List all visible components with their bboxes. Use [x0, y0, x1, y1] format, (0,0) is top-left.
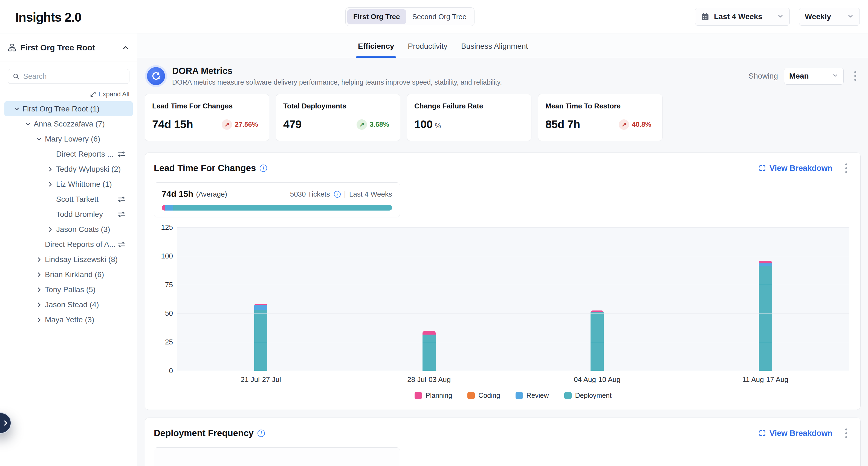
metric-value: 74d 15h — [152, 118, 193, 131]
tab-productivity[interactable]: Productivity — [406, 42, 450, 58]
org-tree: First Org Tree Root (1)Anna Scozzafava (… — [0, 101, 137, 327]
filter-sliders-icon[interactable] — [117, 240, 126, 249]
metric-card: Mean Time To Restore85d 7h↗40.8% — [538, 94, 662, 141]
chevron-right-icon[interactable] — [35, 316, 43, 324]
date-range-value: Last 4 Weeks — [714, 12, 763, 21]
metric-value-row: 100% — [414, 118, 524, 131]
expand-corners-icon — [758, 429, 766, 437]
dora-cycle-icon — [147, 67, 165, 85]
legend-label: Deployment — [575, 391, 612, 400]
view-breakdown-link[interactable]: View Breakdown — [758, 429, 832, 438]
gridline — [177, 313, 849, 314]
tree-node[interactable]: Todd Bromley — [4, 207, 133, 222]
tree-node-label: Lindsay Liszewski (8) — [45, 255, 118, 264]
filter-sliders-icon[interactable] — [117, 195, 126, 203]
tree-node[interactable]: Maya Yette (3) — [4, 312, 133, 327]
chevron-down-icon[interactable] — [35, 135, 43, 143]
tree-node[interactable]: Jason Stead (4) — [4, 297, 133, 312]
legend-item[interactable]: Review — [516, 391, 549, 400]
expand-all-link[interactable]: Expand All — [90, 90, 129, 98]
phase-segment-deployment — [173, 205, 392, 210]
deployment-kebab-menu[interactable] — [841, 426, 851, 440]
bar-segment-review — [759, 263, 772, 266]
chevron-right-icon[interactable] — [46, 180, 55, 188]
tree-node[interactable]: Anna Scozzafava (7) — [4, 116, 133, 132]
tree-node[interactable]: Direct Reports of A... — [4, 237, 133, 252]
tree-node-label: Maya Yette (3) — [45, 315, 94, 324]
stacked-bar[interactable] — [423, 331, 436, 371]
stacked-bar[interactable] — [254, 303, 267, 371]
tree-node-label: Todd Bromley — [56, 210, 103, 219]
chevron-down-icon[interactable] — [12, 105, 21, 113]
metric-value-row: 479↗3.68% — [283, 118, 393, 131]
view-breakdown-link[interactable]: View Breakdown — [758, 164, 832, 173]
org-toggle-option[interactable]: Second Org Tree — [406, 9, 473, 24]
gridline — [177, 285, 849, 285]
stacked-bar[interactable] — [759, 261, 772, 371]
tree-node[interactable]: Lindsay Liszewski (8) — [4, 252, 133, 267]
tree-node-label: Tony Pallas (5) — [45, 285, 95, 294]
org-tree-toggle: First Org TreeSecond Org Tree — [345, 7, 474, 26]
tree-node-label: Teddy Wylupski (2) — [56, 165, 121, 174]
chevron-right-icon[interactable] — [35, 256, 43, 264]
lead-time-summary-card: 74d 15h (Average) 5030 Tickets i | Last … — [154, 182, 400, 217]
info-icon[interactable]: i — [260, 165, 267, 172]
phase-distribution-bar — [162, 205, 392, 210]
calendar-icon — [701, 12, 710, 21]
tree-node[interactable]: Teddy Wylupski (2) — [4, 162, 133, 177]
info-icon[interactable]: i — [257, 430, 265, 437]
tree-node-label: Brian Kirkland (6) — [45, 270, 104, 279]
aggregation-select[interactable]: Mean — [784, 68, 844, 85]
gridline — [177, 227, 849, 228]
tree-node[interactable]: Scott Tarkett — [4, 192, 133, 207]
search-input[interactable] — [23, 72, 125, 81]
chevron-down-icon — [832, 72, 838, 80]
lead-time-kebab-menu[interactable] — [841, 161, 851, 175]
tab-business-alignment[interactable]: Business Alignment — [459, 42, 530, 58]
expand-all-label: Expand All — [98, 90, 129, 98]
chart-column — [345, 227, 514, 371]
info-icon[interactable]: i — [334, 191, 341, 198]
tree-node[interactable]: Brian Kirkland (6) — [4, 267, 133, 282]
phase-segment-review — [165, 205, 173, 210]
chevron-right-icon[interactable] — [46, 225, 55, 234]
legend-item[interactable]: Deployment — [564, 391, 612, 400]
chevron-right-icon[interactable] — [35, 286, 43, 294]
y-axis-tick-label: 100 — [154, 252, 173, 260]
gridline — [177, 342, 849, 342]
aggregation-value: Mean — [789, 72, 809, 81]
collapse-chevron-up-icon[interactable] — [122, 44, 129, 52]
trend-badge: ↗3.68% — [356, 119, 389, 130]
org-toggle-option[interactable]: First Org Tree — [347, 9, 406, 24]
tree-node[interactable]: Tony Pallas (5) — [4, 282, 133, 297]
filter-sliders-icon[interactable] — [117, 150, 126, 158]
expand-all-icon — [90, 91, 96, 97]
sidebar-header: First Org Tree Root — [0, 33, 137, 62]
summary-qualifier: (Average) — [196, 190, 227, 199]
legend-item[interactable]: Coding — [467, 391, 500, 400]
chevron-spacer — [46, 195, 55, 203]
tree-node[interactable]: Jason Coats (3) — [4, 222, 133, 237]
date-range-select[interactable]: Last 4 Weeks — [695, 8, 790, 26]
sidebar-search[interactable] — [8, 69, 129, 84]
chevron-down-icon[interactable] — [24, 120, 32, 128]
granularity-select[interactable]: Weekly — [799, 8, 860, 26]
tab-efficiency[interactable]: Efficiency — [356, 42, 396, 58]
dora-title: DORA Metrics — [172, 66, 502, 76]
chart-column — [513, 227, 681, 371]
y-axis-tick-label: 50 — [154, 309, 173, 318]
tree-node[interactable]: Direct Reports ... — [4, 146, 133, 162]
chevron-right-icon[interactable] — [35, 270, 43, 279]
summary-value: 74d 15h — [162, 189, 193, 199]
summary-divider: | — [344, 190, 346, 199]
dora-kebab-menu[interactable] — [850, 69, 861, 83]
legend-item[interactable]: Planning — [414, 391, 452, 400]
tree-node[interactable]: Mary Lowery (6) — [4, 132, 133, 146]
stacked-bar[interactable] — [591, 311, 604, 371]
tree-node[interactable]: Liz Whittome (1) — [4, 177, 133, 192]
bar-segment-deployment — [423, 335, 436, 371]
tree-node[interactable]: First Org Tree Root (1) — [4, 101, 133, 116]
chevron-right-icon[interactable] — [35, 301, 43, 309]
filter-sliders-icon[interactable] — [117, 210, 126, 219]
chevron-right-icon[interactable] — [46, 165, 55, 173]
